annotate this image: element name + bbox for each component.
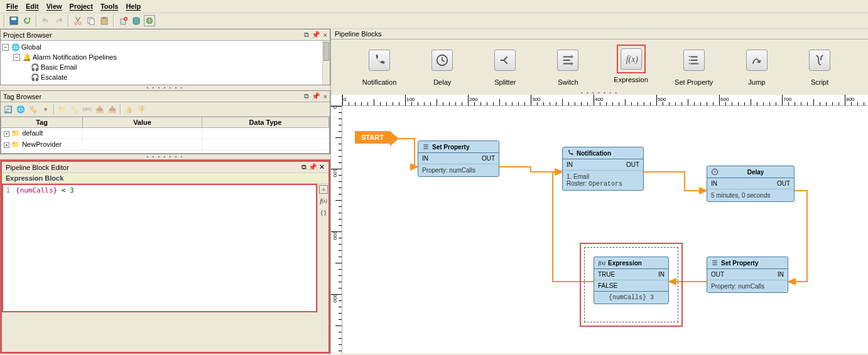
globe-icon[interactable]: 🌐	[16, 104, 26, 114]
block-expression[interactable]: f(x)Expression TRUEIN FALSE {numCalls} 3	[594, 257, 669, 304]
script-icon	[809, 50, 830, 71]
expression-editor[interactable]: 1 {numCalls} < 3	[2, 184, 317, 312]
port-in[interactable]: IN	[711, 180, 717, 187]
start-block[interactable]: START	[355, 131, 390, 144]
cut-icon[interactable]	[72, 15, 84, 26]
panel-pin-icon[interactable]: 📌	[308, 163, 317, 171]
thumbsdown-icon[interactable]: 👎	[136, 104, 146, 114]
block-delay[interactable]: Delay INOUT 5 minutes, 0 seconds	[707, 166, 795, 202]
project-browser-title: Project Browser	[3, 31, 52, 39]
folder-icon[interactable]: 📁	[57, 104, 67, 114]
table-row[interactable]: + 📁 NewProvider	[1, 139, 329, 151]
refresh-icon[interactable]: 🔄	[3, 104, 13, 114]
fx-icon: f(x)	[621, 48, 642, 70]
db-icon[interactable]	[131, 15, 142, 26]
globe-icon: 🌐	[11, 43, 20, 51]
panel-pin-icon[interactable]: 📌	[312, 31, 320, 39]
port-in[interactable]: IN	[658, 271, 665, 278]
add-tag-icon[interactable]: 🏷️	[70, 104, 80, 114]
ruler-horizontal: 0100200300400500600700800	[342, 95, 868, 106]
palette-notification[interactable]: Notification	[354, 45, 404, 86]
thumbsup-icon[interactable]: 👍	[124, 104, 134, 114]
redo-icon[interactable]	[53, 15, 65, 26]
panel-pin-icon[interactable]: 📌	[312, 92, 320, 100]
tree-node-escalate[interactable]: Escalate	[41, 73, 67, 81]
tag-table: Tag Value Data Type + 📁 default + 📁 NewP…	[1, 117, 330, 154]
palette-script[interactable]: Script	[795, 45, 845, 86]
menu-tools[interactable]: Tools	[97, 1, 122, 11]
menu-project[interactable]: Project	[66, 1, 97, 11]
panel-close-icon[interactable]: ✕	[323, 92, 327, 100]
palette-jump[interactable]: Jump	[732, 45, 782, 86]
block-set-property-1[interactable]: Set Property INOUT Property: numCalls	[418, 140, 499, 177]
port-in[interactable]: IN	[422, 155, 428, 162]
add-icon[interactable]: +	[319, 185, 328, 194]
port-false[interactable]: FALSE	[598, 282, 617, 289]
delete-icon[interactable]	[117, 15, 129, 26]
editor-subtitle: Expression Block	[2, 172, 328, 184]
export-icon[interactable]: 📤	[107, 104, 117, 114]
block-body: Property: numCalls	[418, 164, 499, 176]
panel-close-icon[interactable]: ✕	[323, 31, 327, 39]
block-set-property-2[interactable]: Set Property OUTIN Property: numCalls	[707, 257, 788, 293]
pipeline-block-editor-panel: Pipeline Block Editor ⧉ 📌 ✕ Expression B…	[0, 159, 330, 354]
palette-splitter[interactable]: Splitter	[480, 45, 530, 86]
globe-icon[interactable]	[144, 15, 155, 26]
splitter-grip[interactable]: • • • • • • •	[0, 154, 330, 159]
tag-name: default	[22, 129, 43, 137]
project-tree[interactable]: −🌐Global −🔔Alarm Notification Pipelines …	[1, 41, 330, 85]
refresh-icon[interactable]	[21, 15, 33, 26]
undo-icon[interactable]	[40, 15, 52, 26]
tree-node-global[interactable]: Global	[21, 43, 41, 51]
palette-set-property[interactable]: Set Property	[669, 45, 719, 86]
palette-delay[interactable]: Delay	[417, 45, 467, 86]
port-in[interactable]: IN	[778, 271, 784, 278]
panel-restore-icon[interactable]: ⧉	[301, 163, 307, 171]
tag-icon[interactable]: 🏷️	[28, 104, 38, 114]
menu-file[interactable]: File	[3, 1, 22, 11]
line-number: 1	[6, 186, 13, 310]
port-out[interactable]: OUT	[626, 161, 639, 168]
tree-node-basic-email[interactable]: Basic Email	[41, 63, 77, 71]
panel-close-icon[interactable]: ✕	[319, 163, 325, 171]
tree-expander[interactable]: −	[2, 44, 9, 51]
block-notification[interactable]: Notification INOUT 1. Email Roster: Oper…	[562, 147, 644, 191]
pipeline-canvas[interactable]: START Set Property INOUT Property: numCa…	[342, 106, 868, 354]
splitter-grip[interactable]: • • • • • • •	[0, 85, 330, 90]
splitter-grip[interactable]: • • • • • • •	[331, 90, 868, 95]
panel-restore-icon[interactable]: ⧉	[304, 92, 309, 100]
chevron-down-icon[interactable]: ▾	[41, 104, 51, 114]
tree-node-pipelines[interactable]: Alarm Notification Pipelines	[33, 53, 117, 61]
braces-icon[interactable]: {}	[319, 208, 328, 216]
table-row[interactable]: + 📁 default	[1, 128, 329, 139]
panel-restore-icon[interactable]: ⧉	[304, 31, 309, 39]
svg-point-3	[79, 22, 81, 24]
fx-icon[interactable]: f(x)	[319, 196, 328, 205]
menu-view[interactable]: View	[43, 1, 66, 11]
save-icon[interactable]	[8, 15, 19, 26]
column-datatype[interactable]: Data Type	[202, 117, 329, 127]
opc-icon[interactable]: OPC	[82, 104, 92, 114]
port-true[interactable]: TRUE	[598, 271, 615, 278]
column-value[interactable]: Value	[83, 117, 202, 127]
import-icon[interactable]: 📥	[95, 104, 105, 114]
palette-switch[interactable]: Switch	[543, 45, 593, 86]
editor-title: Pipeline Block Editor	[6, 164, 69, 171]
port-in[interactable]: IN	[567, 161, 573, 168]
port-out[interactable]: OUT	[482, 155, 495, 162]
scrollbar[interactable]	[322, 41, 330, 85]
palette-expression[interactable]: f(x) Expression	[606, 45, 656, 86]
svg-point-2	[75, 22, 77, 24]
menu-edit[interactable]: Edit	[22, 1, 43, 11]
tree-expander[interactable]: −	[13, 54, 20, 61]
port-out[interactable]: OUT	[711, 271, 724, 278]
code-content[interactable]: {numCalls} < 3	[13, 186, 313, 310]
fx-icon: f(x)	[598, 259, 605, 267]
port-out[interactable]: OUT	[777, 180, 790, 187]
copy-icon[interactable]	[85, 15, 97, 26]
column-tag[interactable]: Tag	[1, 117, 83, 127]
tag-browser-title: Tag Browser	[3, 93, 41, 100]
jump-icon	[746, 50, 768, 71]
menu-help[interactable]: Help	[122, 1, 144, 11]
paste-icon[interactable]	[99, 15, 110, 26]
